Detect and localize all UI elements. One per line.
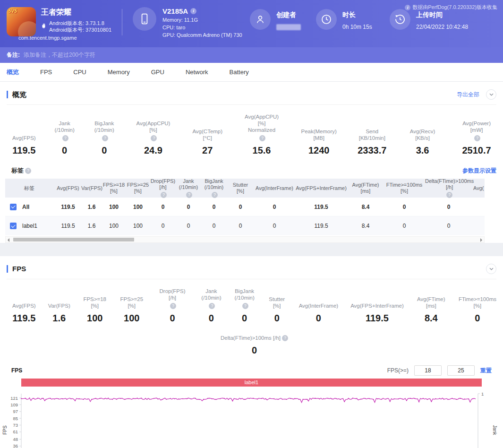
tab[interactable]: Memory xyxy=(108,63,130,81)
fps-section: FPS Avg(FPS)? 119.5 Var(FPS)? 1.6 FPS>=1… xyxy=(0,256,503,448)
metric: Jank (/10min)? 0 xyxy=(201,288,222,324)
phone-icon xyxy=(133,7,156,31)
duration-label: 时长 xyxy=(342,11,372,19)
tab[interactable]: 概览 xyxy=(7,63,19,81)
fps-chart-svg: 0122436486173859710912110FPSJank00:0000:… xyxy=(0,389,503,448)
row-checkbox[interactable] xyxy=(10,204,17,210)
metric: BigJank (/10min)? 0 xyxy=(234,288,255,324)
svg-text:121: 121 xyxy=(10,396,18,401)
metric: Avg(CTemp) [°C]? 27 xyxy=(191,128,223,156)
note-input-bar[interactable]: 备注: 添加备注，不超过200个字符 xyxy=(0,47,503,63)
android-version-name: Android版本名: 3.73.1.8 xyxy=(49,20,111,26)
fps-threshold-input-1[interactable] xyxy=(414,365,442,376)
help-icon[interactable]: ? xyxy=(102,135,108,141)
help-icon[interactable]: ? xyxy=(209,303,215,309)
section-tabs: 概览 FPS CPU Memory GPU Network Battery xyxy=(0,63,503,82)
device-info-icon[interactable]: i xyxy=(190,8,196,14)
device-memory: Memory: 11.1G xyxy=(162,17,242,23)
help-icon[interactable]: ? xyxy=(242,303,248,309)
table-cell: 119.5 xyxy=(295,204,348,210)
svg-text:36: 36 xyxy=(13,443,18,448)
labels-table-body: All119.51.610010000000119.58.400label111… xyxy=(5,198,485,235)
labels-table-head: 标签Avg(FPS)Var(FPS)FPS>=18 [%]FPS>=25 [%]… xyxy=(5,179,485,198)
table-cell: 1.6 xyxy=(81,223,102,229)
tab[interactable]: Battery xyxy=(230,63,249,81)
history-clock-icon xyxy=(390,9,410,30)
report-header: 5V5 王者荣耀 Android版本名: 3.73.1.8 Android版本号… xyxy=(0,0,503,47)
table-cell: 8.4 xyxy=(348,204,384,210)
help-icon[interactable]: ? xyxy=(62,135,68,141)
table-cell: 0 xyxy=(254,223,295,229)
labels-title: 标签 xyxy=(11,166,24,175)
table-cell: 0 xyxy=(150,204,176,210)
row-checkbox[interactable] xyxy=(10,223,17,229)
fps-threshold-label: FPS(>=) xyxy=(387,367,409,374)
column-header: Delta(FTime)>100ms [/h]? xyxy=(425,179,472,198)
creator-name-redacted xyxy=(276,24,301,30)
table-cell: 119.5 xyxy=(55,204,81,210)
export-all-link[interactable]: 导出全部 xyxy=(457,91,479,99)
help-icon[interactable]: ? xyxy=(282,335,288,341)
column-header: Var(FPS) xyxy=(81,185,102,191)
scroll-thumb[interactable] xyxy=(13,238,134,241)
svg-text:73: 73 xyxy=(13,422,18,428)
chevron-down-icon xyxy=(489,267,494,270)
reset-link[interactable]: 重置 xyxy=(480,367,492,375)
param-display-settings-link[interactable]: 参数显示设置 xyxy=(462,167,496,175)
column-header: BigJank (/10min)? xyxy=(201,179,227,198)
fps-metrics: Avg(FPS)? 119.5 Var(FPS)? 1.6 FPS>=18 [%… xyxy=(0,279,503,327)
scroll-left-arrow[interactable] xyxy=(8,238,9,242)
chevron-down-icon xyxy=(489,93,494,96)
collapse-fps-button[interactable] xyxy=(486,264,496,274)
table-cell: 0 xyxy=(384,204,425,210)
collapse-overview-button[interactable] xyxy=(486,89,496,100)
tab[interactable]: Network xyxy=(186,63,208,81)
table-cell: 100 xyxy=(126,223,150,229)
help-icon[interactable]: ? xyxy=(446,192,452,198)
tab[interactable]: GPU xyxy=(151,63,164,81)
metric: Avg(InterFrame)? 0 xyxy=(299,302,339,324)
game-badge: 5V5 xyxy=(9,9,17,14)
help-icon[interactable]: ? xyxy=(259,135,265,141)
metric: Avg(Recv) [KB/s]? 3.6 xyxy=(406,128,439,156)
overview-metrics: Avg(FPS)? 119.5 Jank (/10min)? 0 BigJank… xyxy=(0,105,503,159)
creator-block: 创建者 xyxy=(250,9,316,30)
game-app-icon: 5V5 xyxy=(7,7,36,36)
help-icon[interactable]: ? xyxy=(25,168,31,174)
help-icon[interactable]: ? xyxy=(170,303,176,309)
column-header: Avg(FPS+InterFrame) xyxy=(295,185,348,191)
upload-time-block: 上传时间 22/04/2022 10:42:48 xyxy=(390,9,468,30)
duration-block: 时长 0h 10m 15s xyxy=(316,9,390,30)
metric: FPS>=18 [%]? 100 xyxy=(83,296,107,324)
scroll-right-arrow[interactable] xyxy=(480,238,482,242)
table-cell: 0 xyxy=(176,223,201,229)
device-info-block: V2185A i Memory: 11.1G CPU: taro GPU: Qu… xyxy=(133,7,250,38)
svg-text:Jank: Jank xyxy=(492,425,497,435)
collector-note: i 数据由PerfDog(7.0.220332)版本收集 xyxy=(405,4,497,11)
table-cell: 8.4 xyxy=(348,223,384,229)
table-row: label1119.51.610010000000119.58.400 xyxy=(5,216,485,235)
metric: FPS>=25 [%]? 100 xyxy=(119,296,144,324)
device-gpu: GPU: Qualcomm Adreno (TM) 730 xyxy=(162,32,242,38)
table-cell: 0 xyxy=(425,223,472,229)
upload-time-value: 22/04/2022 10:42:48 xyxy=(416,24,468,30)
help-icon[interactable]: ? xyxy=(151,135,157,141)
column-header: FPS>=18 [%] xyxy=(102,182,126,194)
header-divider xyxy=(122,9,122,35)
table-scrollbar[interactable] xyxy=(5,236,485,243)
tab[interactable]: FPS xyxy=(40,63,52,81)
metric: Avg(FTime) [ms]? 8.4 xyxy=(416,296,446,324)
help-icon[interactable]: ? xyxy=(474,135,480,141)
table-cell: 119.5 xyxy=(295,223,348,229)
help-icon[interactable]: ? xyxy=(186,192,192,198)
tab[interactable]: CPU xyxy=(73,63,86,81)
duration-value: 0h 10m 15s xyxy=(342,24,372,30)
help-icon[interactable]: ? xyxy=(212,192,218,198)
table-cell: 0 xyxy=(201,223,227,229)
help-icon[interactable]: ? xyxy=(161,192,167,198)
svg-text:48: 48 xyxy=(13,437,18,442)
table-cell: 100 xyxy=(102,204,126,210)
column-header: 标签 xyxy=(5,185,55,191)
table-cell: 0 xyxy=(384,223,425,229)
fps-threshold-input-2[interactable] xyxy=(447,365,475,376)
